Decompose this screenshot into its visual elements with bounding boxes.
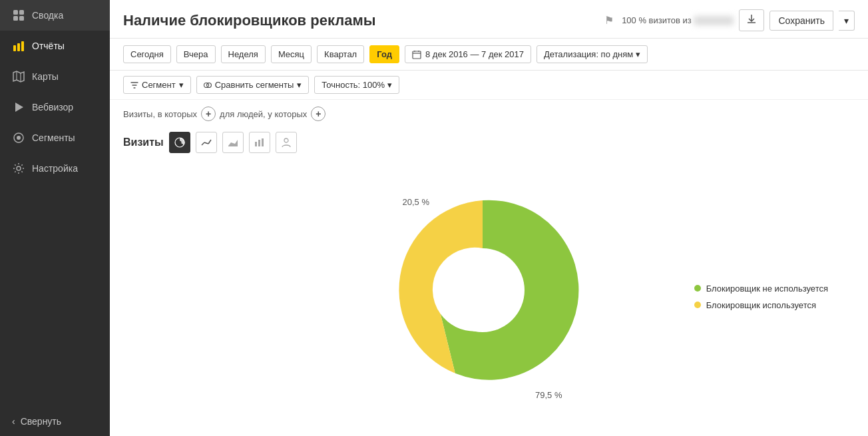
- svg-line-24: [208, 140, 211, 144]
- bar-chart-icon: [12, 39, 25, 53]
- chevron-down-icon-compare: ▾: [297, 80, 302, 90]
- segment-filter-label: Сегмент: [142, 80, 176, 90]
- view-user-btn[interactable]: [276, 132, 297, 153]
- chevron-down-icon-segment: ▾: [179, 80, 184, 90]
- date-range-label: 8 дек 2016 — 7 дек 2017: [425, 49, 524, 59]
- add-condition-btn[interactable]: +: [201, 107, 216, 121]
- sidebar-item-otchety[interactable]: Отчёты: [0, 31, 110, 61]
- sidebar-collapse-label: Свернуть: [21, 416, 61, 427]
- sidebar-item-segmenty[interactable]: Сегменты: [0, 122, 110, 153]
- legend-label-green: Блокировщик не используется: [706, 284, 828, 294]
- play-icon: [12, 101, 25, 114]
- sidebar-item-label-svodka: Сводка: [32, 10, 63, 21]
- chevron-left-icon: ‹: [12, 416, 15, 427]
- save-dropdown-arrow[interactable]: ▾: [839, 11, 855, 31]
- donut-svg: [383, 190, 582, 390]
- svg-rect-1: [19, 10, 24, 15]
- for-people-text: для людей, у которых: [220, 109, 307, 119]
- donut-chart: 20,5 %: [383, 190, 596, 403]
- visits-row: Визиты: [110, 128, 868, 157]
- svg-point-12: [17, 136, 21, 140]
- legend-dot-green: [694, 285, 701, 292]
- svg-rect-5: [17, 43, 20, 51]
- main-content: Наличие блокировщиков рекламы ⚑ 100 % ви…: [110, 0, 868, 436]
- view-pie-btn[interactable]: [169, 132, 190, 153]
- legend-dot-yellow: [694, 302, 701, 308]
- chevron-down-icon: ▾: [636, 49, 640, 59]
- add-person-condition-btn[interactable]: +: [311, 107, 326, 121]
- segment-filter-btn[interactable]: Сегмент ▾: [123, 76, 191, 94]
- sidebar-item-label-segmenty: Сегменты: [32, 132, 75, 143]
- svg-line-22: [202, 142, 204, 145]
- visits-in-which-text: Визиты, в которых: [123, 109, 197, 119]
- compare-segments-btn[interactable]: Сравнить сегменты ▾: [196, 76, 310, 94]
- svg-marker-10: [15, 103, 23, 112]
- svg-rect-6: [21, 41, 24, 51]
- sidebar-item-label-vebvizor: Вебвизор: [32, 102, 73, 112]
- sidebar-item-karty[interactable]: Карты: [0, 61, 110, 92]
- legend-item-yellow: Блокировщик используется: [694, 300, 828, 310]
- sidebar-item-vebvizor[interactable]: Вебвизор: [0, 92, 110, 122]
- date-toolbar: Сегодня Вчера Неделя Месяц Квартал Год 8…: [110, 39, 868, 71]
- header-actions: 100 % визитов из Сохранить ▾: [622, 9, 855, 31]
- date-btn-yesterday[interactable]: Вчера: [176, 45, 216, 63]
- date-btn-today[interactable]: Сегодня: [123, 45, 171, 63]
- sidebar-item-label-nastroika: Настройка: [32, 163, 78, 174]
- header: Наличие блокировщиков рекламы ⚑ 100 % ви…: [110, 0, 868, 39]
- chart-area: 20,5 %: [110, 157, 868, 436]
- sidebar-item-label-otchety: Отчёты: [32, 41, 65, 51]
- bookmark-icon[interactable]: ⚑: [604, 14, 614, 27]
- circle-icon: [12, 131, 25, 144]
- date-btn-month[interactable]: Месяц: [271, 45, 312, 63]
- svg-rect-14: [413, 51, 421, 59]
- svg-rect-0: [13, 10, 18, 15]
- svg-point-28: [284, 138, 288, 142]
- sidebar-item-nastroika[interactable]: Настройка: [0, 153, 110, 184]
- view-line-btn[interactable]: [196, 132, 217, 153]
- legend-item-green: Блокировщик не используется: [694, 284, 828, 294]
- chevron-down-icon-accuracy: ▾: [387, 80, 392, 90]
- visits-label: Визиты: [123, 136, 164, 148]
- svg-rect-4: [13, 45, 16, 51]
- chart-label-bottom: 79,5 %: [535, 390, 562, 400]
- date-range-picker[interactable]: 8 дек 2016 — 7 дек 2017: [405, 45, 531, 63]
- view-bar-btn[interactable]: [249, 132, 270, 153]
- segment-builder: Визиты, в которых + для людей, у которых…: [110, 100, 868, 128]
- svg-rect-2: [13, 16, 18, 21]
- gear-icon: [12, 162, 25, 175]
- map-icon: [12, 70, 25, 83]
- sidebar: Сводка Отчёты Карты Вебвизор: [0, 0, 110, 436]
- accuracy-btn[interactable]: Точность: 100% ▾: [314, 76, 399, 94]
- chart-legend: Блокировщик не используется Блокировщик …: [694, 284, 828, 310]
- export-button[interactable]: [739, 9, 764, 31]
- chart-label-top: 20,5 %: [403, 197, 429, 207]
- detail-label: Детализация: по дням: [544, 49, 633, 59]
- date-btn-week[interactable]: Неделя: [221, 45, 266, 63]
- date-btn-year[interactable]: Год: [369, 45, 399, 63]
- sidebar-item-label-karty: Карты: [32, 71, 59, 82]
- svg-rect-27: [262, 138, 264, 146]
- legend-label-yellow: Блокировщик используется: [706, 300, 816, 310]
- grid-icon: [12, 9, 25, 22]
- svg-point-21: [178, 141, 181, 144]
- accuracy-label: Точность: 100%: [322, 80, 385, 90]
- date-btn-quarter[interactable]: Квартал: [317, 45, 364, 63]
- sidebar-collapse[interactable]: ‹ Свернуть: [0, 407, 110, 436]
- page-title: Наличие блокировщиков рекламы: [123, 12, 596, 29]
- donut-center: [441, 248, 525, 332]
- svg-marker-7: [13, 71, 24, 82]
- svg-rect-25: [255, 142, 257, 146]
- save-button[interactable]: Сохранить: [769, 11, 833, 31]
- view-area-btn[interactable]: [222, 132, 244, 153]
- visits-blur: [694, 16, 734, 25]
- svg-line-23: [204, 142, 208, 144]
- compare-segments-label: Сравнить сегменты: [215, 80, 294, 90]
- visits-percent-text: 100 % визитов из: [622, 15, 734, 26]
- sidebar-item-svodka[interactable]: Сводка: [0, 0, 110, 31]
- filter-row: Сегмент ▾ Сравнить сегменты ▾ Точность: …: [110, 71, 868, 100]
- svg-point-13: [17, 166, 21, 170]
- svg-rect-3: [19, 16, 24, 21]
- svg-rect-26: [258, 140, 260, 146]
- detail-btn[interactable]: Детализация: по дням ▾: [537, 45, 648, 63]
